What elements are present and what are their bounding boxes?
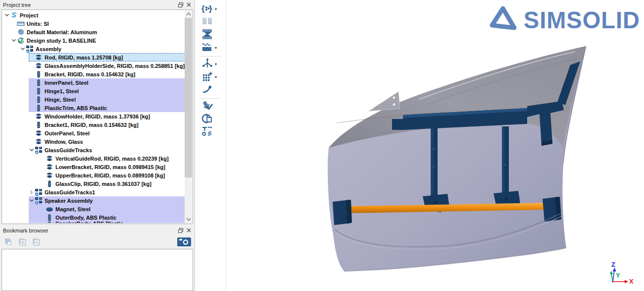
assembly-icon — [26, 45, 34, 53]
tree-item[interactable]: Design study 1, BASELINE — [2, 36, 185, 45]
tree-item[interactable]: Units: SI — [2, 19, 185, 28]
tree-item[interactable]: SpeakerBody, ABS Plastic — [2, 222, 185, 223]
bolt-nut-tightening-button[interactable] — [195, 126, 213, 139]
tree-item[interactable]: Hinge, Steel — [2, 95, 185, 104]
toolbar-separator — [200, 56, 221, 57]
tree-item-label: Hinge, Steel — [45, 97, 78, 103]
tree-item-label: Units: SI — [27, 21, 51, 27]
chevron-down-icon[interactable] — [10, 39, 17, 42]
tripod-icon — [201, 58, 213, 71]
close-panel-icon[interactable] — [185, 1, 193, 8]
dropdown-caret-icon[interactable]: ▾ — [215, 7, 217, 11]
stack-icon — [35, 129, 43, 137]
connections-toolbar: {}▾▾▾▾ — [195, 0, 226, 291]
apply-connections-button[interactable] — [195, 100, 213, 113]
svg-text:S: S — [11, 11, 16, 19]
seam-weld-button[interactable]: ▾ — [195, 42, 217, 55]
scroll-down-icon[interactable] — [185, 216, 192, 223]
assembly-icon — [35, 146, 43, 154]
tree-item[interactable]: SProject — [2, 11, 185, 19]
chevron-down-icon[interactable] — [19, 48, 26, 50]
app-window: Project tree SProjectUnits: SIDefault Ma… — [0, 0, 644, 291]
grid-plus-icon — [201, 71, 213, 84]
tree-item-label: GlassGuideTracks — [45, 147, 94, 153]
tree-item-label: Assembly — [36, 46, 63, 52]
project-tree-panel: Project tree SProjectUnits: SIDefault Ma… — [0, 0, 195, 226]
assembly-icon — [35, 188, 43, 196]
tree-item-label: GlassGuideTracks1 — [45, 189, 97, 195]
cylinder-icon — [35, 96, 43, 104]
tree-item[interactable]: GlassGuideTracks — [2, 146, 185, 154]
tree-item-label: GlassAssemblyHolderSide, RIGID, mass 0.2… — [45, 63, 185, 69]
group-connections-button[interactable]: {}▾ — [195, 3, 217, 16]
chevron-right-icon[interactable] — [28, 190, 35, 194]
stack-icon — [35, 62, 43, 70]
tree-item[interactable]: Window, Glass — [2, 137, 185, 146]
tree-item[interactable]: PlasticTrim, ABS Plastic — [2, 104, 185, 112]
bookmark-list[interactable] — [1, 249, 193, 291]
close-panel-icon[interactable] — [185, 227, 193, 234]
tree-item[interactable]: UpperBracket, RIGID, mass 0.0899108 [kg] — [2, 171, 185, 179]
tree-item-label: UpperBracket, RIGID, mass 0.0899108 [kg] — [55, 173, 167, 178]
plates-z-icon — [201, 29, 213, 42]
tree-item[interactable]: Bracket, RIGID, mass 0.154632 [kg] — [2, 70, 185, 78]
tree-item[interactable]: GlassGuideTracks1 — [2, 188, 185, 196]
chevron-down-icon[interactable] — [28, 199, 35, 202]
tree-item-label: Rod, RIGID, mass 1.25708 [kg] — [45, 55, 125, 60]
axis-triad: Z Y X — [610, 261, 634, 285]
curve-hook-icon — [201, 84, 213, 97]
tree-item[interactable]: Bracket1, RIGID, mass 0.154632 [kg] — [2, 120, 185, 129]
tree-item-label: SpeakerBody, ABS Plastic — [55, 222, 125, 223]
tree-item[interactable]: OuterBody, ABS Plastic — [2, 213, 185, 222]
float-panel-icon[interactable] — [177, 1, 185, 8]
tree-item[interactable]: Speaker Assembly — [2, 196, 185, 205]
tree-item-label: PlasticTrim, ABS Plastic — [45, 105, 109, 111]
dropdown-caret-icon[interactable]: ▾ — [215, 62, 217, 66]
tree-item[interactable]: LowerBracket, RIGID, mass 0.0989415 [kg] — [2, 163, 185, 171]
cylinder-icon — [35, 104, 43, 112]
bookmark-toolbar — [0, 235, 195, 249]
bookmark-titlebar: Bookmark browser — [0, 226, 195, 235]
stack-icon — [46, 163, 53, 171]
tree-item-label: Project — [20, 12, 40, 18]
tree-item[interactable]: GlassAssemblyHolderSide, RIGID, mass 0.2… — [2, 61, 185, 70]
dropdown-caret-icon[interactable]: ▾ — [215, 75, 217, 79]
plate-hole — [393, 97, 396, 99]
tree-scrollbar[interactable] — [185, 10, 192, 223]
cylinder-icon — [35, 70, 43, 78]
tree-item[interactable]: GlassClip, RIGID, mass 0.361037 [kg] — [2, 179, 185, 188]
rotate-region-button[interactable] — [195, 113, 213, 126]
braces-dots-icon: {} — [201, 3, 213, 16]
stacked-bookmarks-button — [3, 236, 14, 247]
tree-item[interactable]: Magnet, Steel — [2, 205, 185, 213]
scroll-up-icon[interactable] — [185, 10, 192, 18]
virtual-connector-button[interactable]: ▾ — [195, 58, 217, 71]
stack-icon — [35, 113, 43, 120]
dropdown-caret-icon[interactable]: ▾ — [215, 46, 217, 50]
scrollbar-thumb[interactable] — [185, 18, 192, 177]
edit-connection-button[interactable] — [195, 84, 213, 97]
viewport-3d[interactable]: SIMSOLID — [226, 0, 644, 291]
contact-plates-disabled-button — [195, 16, 213, 29]
chevron-down-icon[interactable] — [28, 149, 35, 151]
review-connections-button[interactable] — [195, 29, 213, 42]
hatched-arrow-check-icon — [201, 100, 213, 113]
tree-item[interactable]: Default Material: Aluminum — [2, 28, 185, 36]
tree-item[interactable]: Rod, RIGID, mass 1.25708 [kg] — [2, 53, 185, 61]
tree-item[interactable]: Hinge1, Steel — [2, 87, 185, 95]
capture-view-button[interactable] — [177, 236, 192, 247]
wave-plate-icon — [201, 42, 213, 55]
tree-item[interactable]: VerticalGuideRod, RIGID, mass 0.20239 [k… — [2, 154, 185, 163]
tree-item[interactable]: WindowHolder, RIGID, mass 1.37936 [kg] — [2, 112, 185, 120]
tree-item[interactable]: Assembly — [2, 45, 185, 53]
float-panel-icon[interactable] — [177, 227, 185, 234]
add-connections-button[interactable]: ▾ — [195, 71, 217, 84]
chevron-down-icon[interactable] — [3, 14, 10, 16]
svg-text:{: { — [201, 4, 205, 13]
axis-z-label: Z — [611, 261, 615, 268]
tree-item[interactable]: InnerPanel, Steel — [2, 78, 185, 87]
cylinder-icon — [46, 180, 53, 188]
tree-item[interactable]: OuterPanel, Steel — [2, 129, 185, 137]
tree-item-label: Window, Glass — [45, 139, 85, 145]
plate-hole — [393, 104, 396, 106]
